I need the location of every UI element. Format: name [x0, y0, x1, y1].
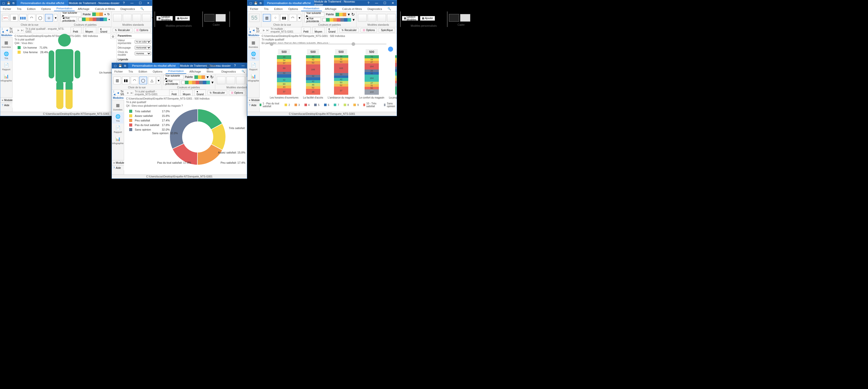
sidebar-item-rapport[interactable]: 📄Rapport: [248, 61, 259, 72]
model-thumb[interactable]: [217, 77, 225, 84]
sidebar-item-tris[interactable]: 🌐Tris: [248, 50, 259, 61]
sidebar-item-donnees[interactable]: ▦Données: [1, 38, 12, 50]
menu-search-icon[interactable]: 🔍: [138, 6, 147, 11]
menu-search-icon[interactable]: 🔍: [239, 69, 248, 74]
menu-diagnostics[interactable]: Diagnostics: [219, 69, 239, 74]
palette-dropdown-icon[interactable]: ▾: [207, 74, 209, 79]
size-large[interactable]: ● Grand: [326, 27, 338, 34]
sidebar-item-tris[interactable]: 🌐Tris: [1, 50, 12, 61]
range-slider[interactable]: [270, 43, 386, 44]
view-dropdown-icon[interactable]: ▾: [157, 77, 160, 84]
palette-dropdown-icon[interactable]: ▾: [104, 13, 106, 16]
minimize-icon[interactable]: —: [128, 0, 136, 6]
view-person[interactable]: ☺: [45, 14, 53, 22]
close-icon[interactable]: ✕: [389, 0, 397, 6]
modules-toggle[interactable]: »Modules: [247, 98, 259, 103]
next-view-button[interactable]: Vue suivante ▶: [163, 75, 183, 79]
help-icon[interactable]: ?: [120, 0, 128, 6]
settings-gear-icon[interactable]: ⚙: [111, 34, 116, 39]
palette-more-icon[interactable]: ▾: [108, 18, 110, 21]
nav-last-icon[interactable]: ▶|: [21, 29, 24, 32]
recalc-button[interactable]: ↻Recalculer: [113, 28, 132, 32]
size-medium[interactable]: ◦ Moyen: [312, 27, 324, 34]
menu-presentation[interactable]: Présentation: [165, 69, 186, 74]
palette-more-icon[interactable]: ▾: [352, 17, 354, 22]
sidebar-item-donnees[interactable]: ▦Données: [248, 38, 259, 50]
frame-thumb[interactable]: [449, 14, 459, 22]
frame-dropdown-icon[interactable]: ▾: [227, 16, 228, 19]
modules-toggle[interactable]: »Modules: [0, 98, 12, 103]
menu-affichage[interactable]: Affichage: [187, 69, 204, 74]
save-icon[interactable]: 💾: [7, 2, 10, 5]
menu-tris[interactable]: Tris: [261, 7, 271, 11]
copy-icon[interactable]: ⧉: [259, 2, 262, 5]
view-bars[interactable]: ▮▮: [280, 14, 288, 22]
close-icon[interactable]: ✕: [145, 0, 152, 6]
prev-view-button[interactable]: ◀ Vue précédente: [163, 80, 180, 85]
menu-affichage[interactable]: Affichage: [322, 7, 339, 11]
menu-fichier[interactable]: Fichier: [0, 7, 14, 11]
size-large[interactable]: ● Grand: [194, 89, 206, 96]
save-icon[interactable]: 💾: [119, 64, 122, 67]
menu-tris[interactable]: Tris: [14, 7, 24, 11]
frame-dropdown-icon[interactable]: ▾: [471, 15, 473, 20]
options-button[interactable]: ☷Options: [229, 91, 245, 95]
palette-preview[interactable]: [92, 12, 103, 16]
help-icon[interactable]: ?: [231, 63, 239, 68]
new-icon[interactable]: ▢: [114, 64, 117, 67]
model-thumb[interactable]: [368, 14, 376, 22]
model-thumb[interactable]: [387, 14, 396, 22]
prop-valeur-select[interactable]: % en colonne: [135, 40, 151, 43]
prop-decoupage-select[interactable]: Horizontal: [135, 46, 151, 50]
slider-thumb-right[interactable]: [351, 42, 355, 46]
options-button[interactable]: ☷Options: [361, 28, 377, 32]
help-button[interactable]: ?Aide: [0, 103, 12, 108]
sidebar-item-donnees[interactable]: ▦Données: [112, 101, 124, 112]
help-button[interactable]: ?Aide: [112, 165, 124, 170]
nav-prev-icon[interactable]: ◀: [252, 29, 254, 32]
view-dropdown-icon[interactable]: ▾: [298, 14, 301, 22]
sidebar-item-infographie[interactable]: 📊Infographie: [248, 72, 259, 83]
model-thumb-1[interactable]: [113, 14, 122, 22]
model-thumb[interactable]: [358, 14, 367, 22]
view-clustered[interactable]: ▥: [113, 77, 121, 84]
model-editors-button[interactable]: ⚙Éditeurs de modèles: [437, 12, 445, 25]
manage-models-button[interactable]: ▦ Gestion Modèles: [156, 16, 173, 21]
palette-dropdown-icon[interactable]: ▾: [348, 12, 350, 17]
menu-presentation[interactable]: Présentation: [54, 6, 75, 11]
view-bars[interactable]: ▮▮▮: [19, 14, 27, 22]
view-cone[interactable]: △: [148, 77, 156, 84]
view-dropdown-icon[interactable]: ▾: [54, 14, 57, 22]
models-dropdown-icon[interactable]: ▾: [397, 15, 399, 20]
maximize-icon[interactable]: ☐: [136, 0, 144, 6]
add-model-button[interactable]: ▦ Ajouter: [420, 16, 435, 21]
view-bars[interactable]: ▮▮: [122, 77, 130, 84]
sidebar-item-rapport[interactable]: 📄Rapport: [1, 61, 12, 72]
view-scatter[interactable]: ⁘: [272, 14, 279, 22]
copy-icon[interactable]: ⧉: [124, 64, 126, 67]
view-gauge[interactable]: ◠: [28, 14, 35, 22]
prev-view-button[interactable]: ◀ Vue précédente: [305, 18, 321, 22]
help-button[interactable]: ?Aide: [247, 103, 259, 108]
help-icon[interactable]: ?: [365, 0, 372, 6]
menu-tris[interactable]: Tris: [126, 69, 135, 74]
minimize-icon[interactable]: —: [373, 0, 380, 6]
recalc-button[interactable]: ↻Recalculer: [339, 28, 359, 32]
menu-affichage[interactable]: Affichage: [75, 7, 92, 11]
palette-refresh-icon[interactable]: ↻: [210, 74, 214, 79]
model-editors-button[interactable]: ⚙ Éditeurs de modèles: [192, 12, 201, 25]
nav-first-icon[interactable]: |◀: [113, 90, 116, 96]
models-dropdown-icon[interactable]: ▾: [152, 16, 153, 19]
frame-thumb[interactable]: [460, 14, 470, 22]
menu-edition[interactable]: Edition: [25, 7, 38, 11]
size-medium[interactable]: ◦ Moyen: [180, 89, 193, 96]
nav-last-icon[interactable]: ▶|: [267, 29, 269, 32]
next-view-button[interactable]: Vue suivante ▶: [61, 12, 81, 17]
menu-search-icon[interactable]: 🔍: [385, 6, 394, 11]
new-icon[interactable]: ▢: [249, 2, 252, 5]
options-button[interactable]: ☷Options: [134, 28, 151, 32]
size-small[interactable]: ◦ Petit: [169, 89, 179, 96]
nav-next-icon[interactable]: ▶: [18, 29, 20, 32]
slider-thumb-left[interactable]: [270, 42, 273, 46]
size-large[interactable]: ● Grand: [98, 27, 111, 34]
